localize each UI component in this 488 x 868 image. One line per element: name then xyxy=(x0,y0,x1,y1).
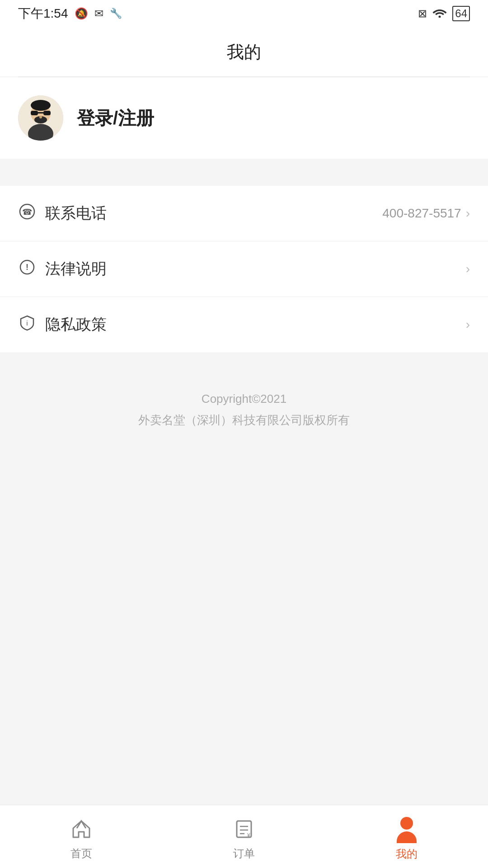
nav-order-label: 订单 xyxy=(233,846,255,861)
bottom-nav: 首页 ¥ 订单 我的 xyxy=(0,805,488,868)
order-icon: ¥ xyxy=(232,817,256,843)
spacer xyxy=(0,159,488,172)
page-header: 我的 xyxy=(0,27,488,76)
login-register-label[interactable]: 登录/注册 xyxy=(77,106,154,131)
shield-icon: i xyxy=(18,315,36,335)
status-right: ⊠ 64 xyxy=(418,6,470,21)
status-bar: 下午1:54 🔕 ✉ 🔧 ⊠ 64 xyxy=(0,0,488,27)
svg-rect-8 xyxy=(38,112,43,113)
close-icon: ⊠ xyxy=(418,7,427,20)
svg-text:☎: ☎ xyxy=(22,208,32,217)
svg-rect-7 xyxy=(43,111,51,115)
home-icon xyxy=(70,817,93,843)
copyright-line1: Copyright©2021 xyxy=(9,388,479,410)
info-icon: ! xyxy=(18,259,36,279)
contact-label: 联系电话 xyxy=(45,203,107,224)
person-icon xyxy=(397,817,417,843)
menu-right-legal: › xyxy=(466,262,470,276)
nav-home-label: 首页 xyxy=(70,846,92,861)
svg-text:!: ! xyxy=(26,263,28,272)
wifi-icon xyxy=(432,7,447,20)
status-time: 下午1:54 xyxy=(18,5,68,22)
tool-icon: 🔧 xyxy=(110,8,122,19)
svg-text:¥: ¥ xyxy=(247,832,250,839)
nav-item-order[interactable]: ¥ 订单 xyxy=(163,813,325,861)
phone-icon: ☎ xyxy=(18,203,36,223)
copyright-line2: 外卖名堂（深圳）科技有限公司版权所有 xyxy=(9,410,479,431)
legal-label: 法律说明 xyxy=(45,259,107,279)
copyright-section: Copyright©2021 外卖名堂（深圳）科技有限公司版权所有 xyxy=(0,379,488,440)
menu-item-legal[interactable]: ! 法律说明 › xyxy=(0,241,488,297)
nav-mine-label: 我的 xyxy=(396,847,418,861)
svg-point-0 xyxy=(439,16,441,18)
mail-icon: ✉ xyxy=(94,7,103,20)
chevron-right-icon-legal: › xyxy=(466,262,470,276)
menu-right-privacy: › xyxy=(466,317,470,332)
avatar xyxy=(18,95,63,141)
battery-icon: 64 xyxy=(452,6,470,21)
profile-section[interactable]: 登录/注册 xyxy=(0,77,488,159)
chevron-right-icon-privacy: › xyxy=(466,317,470,332)
contact-value: 400-827-5517 xyxy=(382,206,461,221)
chevron-right-icon: › xyxy=(466,206,470,221)
menu-item-privacy[interactable]: i 隐私政策 › xyxy=(0,297,488,352)
svg-point-4 xyxy=(31,100,51,111)
privacy-label: 隐私政策 xyxy=(45,314,107,335)
menu-item-contact[interactable]: ☎ 联系电话 400-827-5517 › xyxy=(0,186,488,241)
menu-left-contact: ☎ 联系电话 xyxy=(18,203,107,224)
page-title: 我的 xyxy=(227,42,261,61)
menu-left-privacy: i 隐私政策 xyxy=(18,314,107,335)
menu-left-legal: ! 法律说明 xyxy=(18,259,107,279)
svg-text:i: i xyxy=(26,319,28,327)
status-left: 下午1:54 🔕 ✉ 🔧 xyxy=(18,5,122,22)
menu-section: ☎ 联系电话 400-827-5517 › ! 法律说明 › xyxy=(0,186,488,352)
svg-point-9 xyxy=(39,116,42,118)
nav-item-home[interactable]: 首页 xyxy=(0,813,163,861)
menu-right-contact: 400-827-5517 › xyxy=(382,206,470,221)
mute-icon: 🔕 xyxy=(75,7,88,20)
nav-item-mine[interactable]: 我的 xyxy=(325,812,488,861)
svg-rect-6 xyxy=(31,111,38,115)
